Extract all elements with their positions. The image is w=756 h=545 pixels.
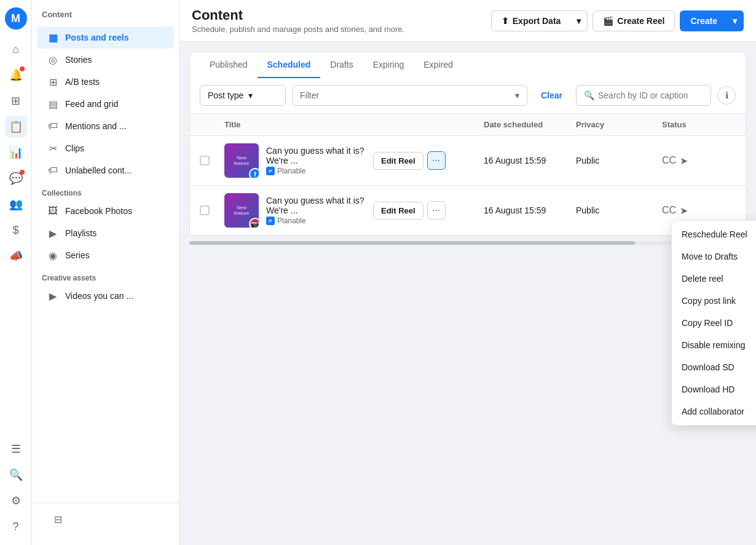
unlabelled-icon: 🏷	[47, 164, 59, 177]
videos-icon: ▶	[47, 290, 59, 302]
header-actions-col	[373, 120, 484, 129]
topbar-title-area: Content Schedule, publish and manage pos…	[192, 7, 404, 34]
row2-send-icon[interactable]: ➤	[680, 205, 688, 217]
nav-settings[interactable]: ⚙	[5, 490, 27, 512]
row1-date: 16 August 15:59	[484, 156, 576, 165]
toggle-sidebar-icon: ⊟	[52, 513, 64, 525]
posts-reels-icon: ▦	[47, 31, 59, 44]
row1-edit-button[interactable]: Edit Reel	[373, 152, 423, 170]
reel-icon: 🎬	[603, 16, 613, 26]
context-menu-item-add-collaborator[interactable]: Add collaborator	[672, 400, 756, 423]
sidebar-item-posts-reels[interactable]: ▦ Posts and reels	[37, 26, 174, 49]
row1-cc-icon[interactable]: CC	[662, 155, 676, 166]
row2-edit-button[interactable]: Edit Reel	[373, 202, 423, 220]
main-area: Content Schedule, publish and manage pos…	[179, 0, 756, 545]
sidebar-item-clips[interactable]: ✂ Clips	[37, 137, 174, 159]
post-type-select[interactable]: Post type ▾	[200, 85, 286, 106]
nav-megaphone[interactable]: 📣	[5, 245, 27, 267]
create-dropdown-button[interactable]: ▾	[726, 10, 744, 31]
nav-analytics[interactable]: 📊	[5, 141, 27, 164]
nav-people[interactable]: 👥	[5, 193, 27, 215]
create-button[interactable]: Create	[680, 10, 727, 31]
nav-menu[interactable]: ☰	[5, 438, 27, 460]
nav-home[interactable]: ⌂	[5, 38, 27, 60]
sidebar-item-mentions[interactable]: 🏷 Mentions and ...	[37, 115, 174, 137]
row2-source: P Planable	[266, 217, 373, 225]
row2-more-dots-icon: ···	[432, 205, 440, 216]
sidebar-item-facebook-photos[interactable]: 🖼 Facebook Photos	[37, 200, 174, 222]
sidebar-item-unlabelled[interactable]: 🏷 Unlabelled cont...	[37, 159, 174, 181]
tab-expiring[interactable]: Expiring	[363, 52, 414, 78]
sidebar-item-series[interactable]: ◉ Series	[37, 244, 174, 266]
menu-icon: ☰	[11, 442, 21, 456]
context-menu-item-delete[interactable]: Delete reel	[672, 268, 756, 290]
sidebar-item-videos[interactable]: ▶ Videos you can ...	[37, 285, 174, 307]
row2-planable-icon: P	[266, 217, 275, 225]
context-menu-item-move-drafts[interactable]: Move to Drafts	[672, 245, 756, 268]
create-button-group: Create ▾	[680, 10, 744, 31]
header-title-col: Title	[224, 120, 373, 129]
ab-tests-icon: ⊞	[47, 76, 59, 88]
tab-expired[interactable]: Expired	[414, 52, 462, 78]
row1-facebook-badge: f	[249, 168, 259, 178]
sidebar-item-playlists[interactable]: ▶ Playlists	[37, 222, 174, 244]
info-button[interactable]: ℹ	[717, 86, 736, 105]
sidebar-item-feed-grid[interactable]: ▤ Feed and grid	[37, 93, 174, 115]
row1-checkbox[interactable]	[200, 156, 210, 165]
search-icon: 🔍	[9, 468, 23, 482]
row2-privacy: Public	[576, 205, 662, 215]
content-area: Published Scheduled Drafts Expiring Expi…	[179, 42, 756, 545]
sidebar-content-label: Content	[32, 10, 179, 26]
context-menu-item-download-sd[interactable]: Download SD	[672, 356, 756, 378]
clear-filter-button[interactable]: Clear	[534, 86, 570, 105]
create-reel-button[interactable]: 🎬 Create Reel	[593, 10, 675, 31]
chat-badge	[20, 170, 25, 175]
row1-post-info: Newfeature f Can you guess what it is? W…	[224, 143, 373, 178]
tab-drafts[interactable]: Drafts	[320, 52, 363, 78]
context-menu-item-copy-id[interactable]: Copy Reel ID	[672, 312, 756, 334]
page-subtitle: Schedule, publish and manage posts and s…	[192, 25, 404, 34]
settings-icon: ⚙	[11, 494, 21, 507]
context-menu-item-download-hd[interactable]: Download HD	[672, 378, 756, 400]
row2-more-button[interactable]: ···	[427, 201, 446, 220]
sidebar-playlists-label: Playlists	[65, 228, 96, 238]
nav-content[interactable]: 📋	[5, 116, 27, 138]
filter-dropdown[interactable]: Filter ▾	[292, 85, 527, 106]
nav-grid[interactable]: ⊞	[5, 90, 27, 112]
post-type-chevron-icon: ▾	[248, 90, 253, 100]
info-icon: ℹ	[725, 90, 728, 100]
context-menu-item-disable-remix[interactable]: Disable remixing	[672, 334, 756, 356]
row1-send-icon[interactable]: ➤	[680, 155, 688, 167]
scroll-indicator	[189, 241, 746, 245]
export-dropdown-button[interactable]: ▾	[570, 10, 588, 31]
sidebar-ab-tests-label: A/B tests	[65, 77, 100, 87]
header-status-col: Status	[662, 120, 736, 129]
nav-notifications[interactable]: 🔔	[5, 64, 27, 86]
export-data-button[interactable]: ⬆ Export Data	[491, 10, 572, 31]
sidebar: Content ▦ Posts and reels ◎ Stories ⊞ A/…	[32, 0, 179, 545]
creative-assets-label: Creative assets	[32, 266, 179, 285]
icon-bar-bottom: ☰ 🔍 ⚙ ?	[5, 438, 27, 538]
app-logo[interactable]: M	[5, 7, 27, 30]
sidebar-toggle[interactable]: ⊟	[42, 508, 169, 530]
topbar: Content Schedule, publish and manage pos…	[179, 0, 756, 42]
row2-cc-icon[interactable]: CC	[662, 205, 676, 216]
sidebar-item-stories[interactable]: ◎ Stories	[37, 49, 174, 71]
context-menu-item-reschedule[interactable]: Reschedule Reel	[672, 223, 756, 245]
sidebar-item-ab-tests[interactable]: ⊞ A/B tests	[37, 71, 174, 93]
nav-dollar[interactable]: $	[5, 219, 27, 241]
table-row: Newfeature f Can you guess what it is? W…	[190, 136, 746, 186]
tab-scheduled[interactable]: Scheduled	[258, 52, 321, 78]
collections-label: Collections	[32, 181, 179, 200]
row2-status-icons: CC ➤	[662, 205, 736, 217]
row1-more-button[interactable]: ···	[427, 151, 446, 170]
nav-chat[interactable]: 💬	[5, 167, 27, 189]
sidebar-mentions-label: Mentions and ...	[65, 121, 127, 131]
nav-help[interactable]: ?	[5, 515, 27, 538]
row2-checkbox[interactable]	[200, 205, 210, 215]
context-menu-item-copy-link[interactable]: Copy post link	[672, 290, 756, 312]
page-title: Content	[192, 7, 404, 23]
tab-published[interactable]: Published	[200, 52, 258, 78]
search-input[interactable]	[598, 90, 696, 100]
nav-search[interactable]: 🔍	[5, 464, 27, 486]
